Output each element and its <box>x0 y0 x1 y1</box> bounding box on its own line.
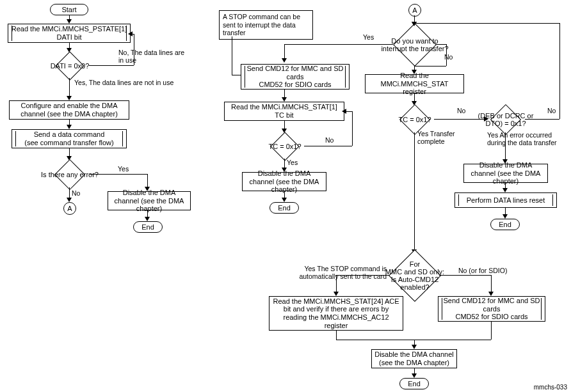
edge <box>69 78 70 97</box>
edge <box>232 36 232 75</box>
disable-dma-box-2: Disable the DMA channel (see the DMA cha… <box>242 172 326 191</box>
arrowhead <box>282 58 287 63</box>
tc-b-no-label: No <box>457 107 465 114</box>
tc-decision-a-text: TC = 0x1? <box>259 143 310 150</box>
arrowhead <box>412 22 417 26</box>
interrupt-decision: Do you want to interrupt the transfer? <box>393 23 437 67</box>
auto-no-label: No (or for SDIO) <box>458 267 516 275</box>
dati-decision: DATI = 0x0? <box>55 51 84 80</box>
figure-id: mmchs-033 <box>534 384 567 391</box>
tc-decision-a: TC = 0x1? <box>270 132 299 161</box>
arrowhead <box>342 109 346 114</box>
edge <box>491 322 492 340</box>
edge <box>284 44 393 45</box>
edge <box>147 174 148 188</box>
connector-a-out: A <box>63 202 76 215</box>
arrowhead <box>282 198 287 202</box>
edge <box>559 23 560 119</box>
send-data-cmd-box: Send a data command (see command transfe… <box>12 129 127 148</box>
auto-yes-label: Yes The STOP command is automatically se… <box>291 265 387 280</box>
dati-no-label: No, The data lines are in use <box>118 49 189 64</box>
arrowhead <box>488 292 494 296</box>
config-dma-box: Configure and enable the DMA channel (se… <box>9 100 129 120</box>
connector-a-in: A <box>408 4 421 17</box>
disable-dma-err-box: Disable the DMA channel (see the DMA cha… <box>463 164 548 183</box>
arrowhead <box>334 292 339 296</box>
edge <box>284 44 285 59</box>
error-decision-text: Is there any error? <box>35 171 105 178</box>
arrowhead <box>67 198 72 202</box>
send-cmd12-box-a: Send CMD12 for MMC and SD cards CMD52 fo… <box>241 64 350 90</box>
edge <box>414 132 415 251</box>
arrowhead <box>282 97 287 102</box>
edge <box>505 132 506 161</box>
data-reset-box: Perform DATA lines reset <box>454 192 557 208</box>
edge <box>352 111 353 146</box>
stop-callout: A STOP command can be sent to interrupt … <box>219 10 313 40</box>
arrowhead <box>67 19 72 24</box>
edge <box>491 275 492 293</box>
edge <box>304 146 352 146</box>
arrowhead <box>503 188 508 192</box>
dati-decision-text: DATI = 0x0? <box>41 62 99 70</box>
interrupt-decision-text: Do you want to interrupt the transfer? <box>380 37 450 52</box>
tc-decision-b-text: TC = 0x1? <box>389 116 440 123</box>
arrowhead <box>503 214 508 219</box>
arrowhead <box>412 373 417 378</box>
edge <box>336 331 337 340</box>
error-decision: Is there any error? <box>54 159 85 190</box>
arrowhead <box>128 31 133 36</box>
edge <box>414 66 446 67</box>
tc-a-no-label: No <box>325 136 334 144</box>
read-ace-box: Read the MMCi.MMCHS_STAT[24] ACE bit and… <box>269 296 403 331</box>
deb-no-label: No <box>547 107 556 114</box>
deb-decision-text: (DEB or DCRC or DTO) = 0x1? <box>474 112 538 127</box>
disable-dma-box-1: Disable the DMA channel (see the DMA cha… <box>108 191 191 210</box>
read-pstate-box: Read the MMCi.MMCHS_PSTATE[1] DATI bit <box>8 24 131 43</box>
deb-decision: (DEB or DCRC or DTO) = 0x1? <box>490 104 521 135</box>
edge <box>90 174 147 175</box>
edge <box>232 75 241 75</box>
tc-a-yes-label: Yes <box>287 159 298 166</box>
interrupt-yes-label: Yes <box>363 33 374 41</box>
err-no-label: No <box>72 189 80 197</box>
deb-yes-label: Yes An error occurred during the data tr… <box>487 132 570 146</box>
disable-dma-final-box: Disable the DMA channel (see the DMA cha… <box>371 349 457 368</box>
auto-cmd12-text: For MMC and SD only: Is Auto-CMD12 enabl… <box>380 260 450 291</box>
edge <box>414 23 559 24</box>
end-terminator-2: End <box>269 202 299 214</box>
flowchart-canvas: Start Read the MMCi.MMCHS_PSTATE[1] DATI… <box>0 0 571 392</box>
arrowhead <box>412 345 417 349</box>
end-terminator-1: End <box>133 221 163 233</box>
err-yes-label: Yes <box>118 165 129 173</box>
arrowhead <box>67 125 72 129</box>
auto-cmd12-decision: For MMC and SD only: Is Auto-CMD12 enabl… <box>389 249 441 302</box>
edge <box>446 44 447 66</box>
edge <box>439 275 491 276</box>
send-cmd12-box-b: Send CMD12 for MMC and SD cards CMD52 fo… <box>438 296 545 322</box>
arrowhead <box>145 217 150 221</box>
arrowhead <box>67 96 72 100</box>
edge <box>525 119 559 120</box>
edge <box>336 340 491 340</box>
read-stat-box: Read the MMCi.MMCHS_STAT register <box>365 74 464 93</box>
read-stat-tc-box: Read the MMCi.MMCHS_STAT[1] TC bit <box>224 102 344 121</box>
edge <box>436 44 446 45</box>
start-terminator: Start <box>50 4 88 15</box>
tc-b-yes-label: Yes Transfer complete <box>417 130 481 145</box>
end-terminator-final: End <box>399 378 429 389</box>
dati-yes-label: Yes, The data lines are not in use <box>74 79 173 86</box>
edge <box>89 65 134 66</box>
end-terminator-err: End <box>490 219 520 230</box>
